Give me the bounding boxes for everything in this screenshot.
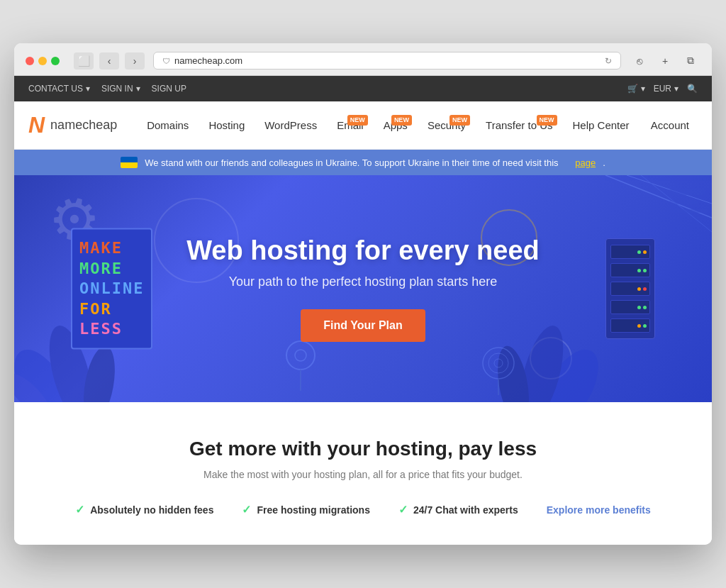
contact-us-label: CONTACT US: [28, 84, 83, 94]
tab-toggle-button[interactable]: ⬜: [74, 52, 94, 70]
benefit-item-3: ✓ 24/7 Chat with experts: [398, 503, 518, 516]
led-red-1: [643, 287, 647, 291]
copy-button[interactable]: ⧉: [681, 52, 700, 70]
logo-letter: N: [28, 112, 45, 138]
ukraine-banner: We stand with our friends and colleagues…: [14, 150, 712, 175]
led-yellow-3: [637, 324, 641, 328]
sign-in-label: SIGN IN: [101, 84, 133, 94]
nav-item-domains[interactable]: Domains: [138, 113, 197, 137]
benefit-item-2: ✓ Free hosting migrations: [242, 503, 369, 516]
currency-label: EUR: [654, 84, 671, 94]
hero-section: ⚙: [14, 175, 712, 402]
nav-wordpress-label: WordPress: [264, 119, 317, 131]
server-unit-1: [610, 245, 650, 259]
browser-titlebar: ⬜ ‹ › 🛡 namecheap.com ↻ ⎋ + ⧉: [14, 43, 712, 76]
nav-item-security[interactable]: NEW Security: [419, 113, 474, 137]
benefit-text-2: Free hosting migrations: [257, 504, 369, 516]
nav-help-label: Help Center: [573, 119, 630, 131]
back-button[interactable]: ‹: [99, 52, 119, 70]
transfer-badge: NEW: [537, 115, 557, 126]
logo-wordmark: namecheap: [50, 118, 117, 133]
server-unit-2: [610, 263, 650, 277]
led-green-2: [637, 269, 641, 272]
cart-arrow-icon: ▾: [641, 84, 645, 94]
server-unit-3: [610, 282, 650, 296]
hero-subtitle: Your path to the perfect hosting plan st…: [186, 274, 540, 289]
url-text: namecheap.com: [174, 55, 242, 66]
share-button[interactable]: ⎋: [630, 52, 649, 70]
refresh-icon[interactable]: ↻: [605, 56, 612, 66]
address-bar-area: 🛡 namecheap.com ↻: [153, 52, 621, 70]
check-icon-1: ✓: [75, 503, 84, 516]
check-icon-3: ✓: [398, 503, 408, 516]
utility-bar-left: CONTACT US ▾ SIGN IN ▾ SIGN UP: [28, 84, 186, 94]
ukraine-message: We stand with our friends and colleagues…: [145, 157, 558, 168]
new-tab-button[interactable]: +: [655, 52, 675, 70]
ukraine-flag-icon: [121, 157, 138, 168]
close-button[interactable]: [26, 57, 34, 65]
find-plan-button[interactable]: Find Your Plan: [301, 309, 425, 342]
check-icon-2: ✓: [242, 503, 251, 516]
nav-hosting-label: Hosting: [208, 119, 245, 131]
contact-arrow-icon: ▾: [86, 84, 90, 94]
pixel-line4: FOR: [79, 299, 144, 319]
nav-domains-label: Domains: [147, 119, 189, 131]
ukraine-page-link[interactable]: page: [575, 157, 596, 168]
nav-item-email[interactable]: NEW Email: [328, 113, 372, 137]
browser-actions: ⎋ + ⧉: [630, 52, 700, 70]
cart-button[interactable]: 🛒 ▾: [627, 84, 645, 94]
browser-window: ⬜ ‹ › 🛡 namecheap.com ↻ ⎋ + ⧉ CONTACT US…: [14, 43, 712, 545]
nav-item-hosting[interactable]: Hosting: [200, 113, 253, 137]
led-green-6: [643, 324, 647, 328]
benefits-title: Get more with your hosting, pay less: [28, 438, 698, 460]
hero-content: Web hosting for every need Your path to …: [186, 235, 540, 342]
led-yellow-2: [637, 287, 641, 291]
benefit-text-1: Absolutely no hidden fees: [90, 504, 213, 516]
benefits-section: Get more with your hosting, pay less Mak…: [14, 402, 712, 545]
nav-item-apps[interactable]: NEW Apps: [375, 113, 416, 137]
browser-controls: ⬜ ‹ ›: [74, 52, 145, 70]
led-green-4: [637, 306, 641, 309]
nav-item-transfer[interactable]: NEW Transfer to Us: [477, 113, 561, 137]
benefit-text-3: 24/7 Chat with experts: [413, 504, 518, 516]
pixel-line3: ONLINE: [79, 279, 144, 299]
forward-button[interactable]: ›: [125, 52, 145, 70]
nav-account-label: Account: [651, 119, 689, 131]
main-nav: N namecheap Domains Hosting WordPress NE…: [14, 101, 712, 150]
pixel-line5: LESS: [79, 319, 144, 340]
lock-icon: 🛡: [162, 57, 170, 65]
benefits-subtitle: Make the most with your hosting plan, al…: [28, 469, 698, 480]
nav-item-account[interactable]: Account: [642, 113, 698, 137]
benefit-item-1: ✓ Absolutely no hidden fees: [75, 503, 213, 516]
maximize-button[interactable]: [51, 57, 60, 65]
nav-items: Domains Hosting WordPress NEW Email NEW …: [138, 113, 642, 137]
sign-up-label: SIGN UP: [152, 84, 186, 94]
search-icon: 🔍: [687, 84, 698, 94]
minimize-button[interactable]: [38, 57, 47, 65]
led-yellow-1: [643, 250, 647, 254]
nav-item-wordpress[interactable]: WordPress: [256, 113, 325, 137]
pixel-line1: MAKE: [79, 238, 144, 259]
currency-arrow-icon: ▾: [674, 84, 678, 94]
led-green-5: [643, 306, 647, 309]
explore-benefits-link[interactable]: Explore more benefits: [547, 504, 651, 516]
benefits-list: ✓ Absolutely no hidden fees ✓ Free hosti…: [28, 503, 698, 516]
nav-item-help[interactable]: Help Center: [564, 113, 638, 137]
currency-selector[interactable]: EUR ▾: [654, 84, 678, 94]
security-badge: NEW: [449, 115, 470, 126]
utility-bar-right: 🛒 ▾ EUR ▾ 🔍: [627, 84, 698, 94]
address-bar[interactable]: 🛡 namecheap.com ↻: [153, 52, 621, 70]
contact-us-link[interactable]: CONTACT US ▾: [28, 84, 90, 94]
cart-icon: 🛒: [627, 84, 638, 94]
signin-arrow-icon: ▾: [136, 84, 140, 94]
server-unit-5: [610, 318, 650, 333]
sign-up-link[interactable]: SIGN UP: [152, 84, 186, 94]
logo[interactable]: N namecheap: [28, 112, 117, 138]
pixel-sign: MAKE MORE ONLINE FOR LESS: [71, 228, 152, 350]
pixel-line2: MORE: [79, 258, 144, 279]
hero-title: Web hosting for every need: [186, 235, 540, 266]
sign-in-link[interactable]: SIGN IN ▾: [101, 84, 140, 94]
apps-badge: NEW: [391, 115, 412, 126]
traffic-lights: [26, 57, 60, 65]
search-button[interactable]: 🔍: [687, 84, 698, 94]
